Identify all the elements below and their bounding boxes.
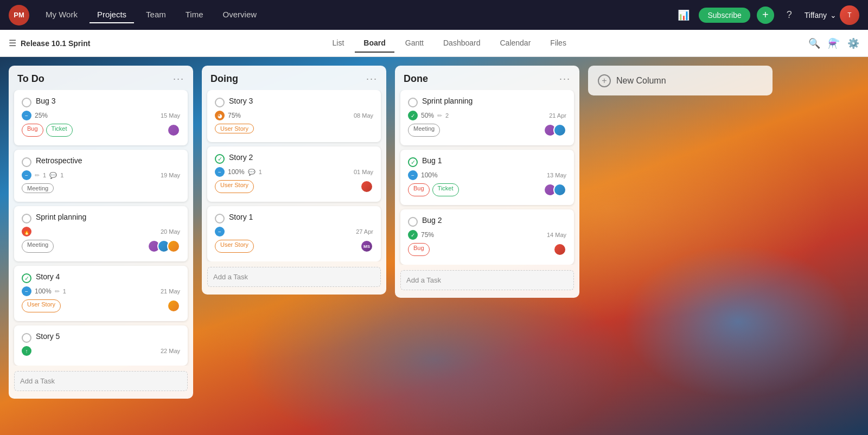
new-column-button[interactable]: + New Column: [588, 66, 773, 95]
checkbox-sprint[interactable]: [22, 214, 31, 223]
add-task-doing: Add a Task: [202, 261, 386, 295]
card-sprint-planning-done[interactable]: Sprint planning ✓ 50% ✏ 2 21 Apr Meeting: [400, 90, 574, 145]
add-task-done: Add a Task: [395, 265, 579, 298]
progress-retro: −: [22, 170, 31, 180]
date-story1: 27 Apr: [356, 228, 373, 235]
presentation-icon[interactable]: 📊: [675, 7, 692, 24]
add-task-button-doing[interactable]: Add a Task: [207, 267, 381, 287]
new-column-label: New Column: [616, 76, 666, 86]
pencil-count-story4: 1: [63, 288, 66, 295]
subscribe-button[interactable]: Subscribe: [699, 8, 750, 23]
nav-projects[interactable]: Projects: [90, 7, 134, 23]
avatar: [360, 180, 373, 193]
board-content: To Do ··· Bug 3 − 25% 15 May Bu: [0, 57, 868, 435]
progress-value-story2: 100%: [228, 168, 245, 176]
tag-userstory-story4: User Story: [22, 299, 61, 312]
checkbox-story4[interactable]: ✓: [22, 273, 31, 283]
user-menu[interactable]: Tiffany ⌄ T: [805, 5, 859, 25]
date-bug2: 14 May: [547, 232, 566, 238]
avatar: [553, 124, 566, 137]
column-done-cards: Sprint planning ✓ 50% ✏ 2 21 Apr Meeting: [395, 90, 579, 265]
avatar-stack-story4: [167, 299, 180, 312]
hamburger-icon[interactable]: ☰: [9, 38, 16, 48]
tab-files[interactable]: Files: [541, 34, 575, 53]
checkbox-retro[interactable]: [22, 157, 31, 167]
add-task-button-todo[interactable]: Add a Task: [14, 371, 188, 391]
tag-bug-bug2: Bug: [408, 243, 430, 256]
plus-circle-icon: +: [598, 74, 611, 87]
checkbox-bug2[interactable]: [408, 217, 418, 227]
settings-icon[interactable]: ⚙️: [847, 37, 859, 49]
date-sprint: 20 May: [161, 228, 180, 235]
checkbox-story3[interactable]: [215, 98, 225, 107]
progress-story4: −: [22, 286, 31, 296]
top-nav: PM My Work Projects Team Time Overview 📊…: [0, 0, 868, 30]
column-done-menu[interactable]: ···: [559, 73, 571, 85]
tag-userstory-story1: User Story: [215, 240, 254, 253]
tab-dashboard[interactable]: Dashboard: [435, 34, 489, 53]
help-icon[interactable]: ?: [781, 7, 798, 24]
date-bug3: 15 May: [161, 112, 180, 119]
filter-icon[interactable]: ⚗️: [828, 37, 840, 49]
date-sprint-done: 21 Apr: [549, 112, 566, 119]
card-story5[interactable]: Story 5 ↑ 22 May: [14, 325, 188, 366]
card-story3[interactable]: Story 3 ◕ 75% 08 May User Story: [207, 90, 381, 142]
column-doing-menu[interactable]: ···: [366, 73, 378, 85]
project-title: Release 10.1 Sprint: [21, 39, 90, 48]
date-story5: 22 May: [161, 348, 180, 354]
nav-team[interactable]: Team: [138, 7, 174, 23]
card-bug3[interactable]: Bug 3 − 25% 15 May Bug Ticket: [14, 90, 188, 145]
card-title-story2: Story 2: [229, 153, 373, 162]
checkbox-story1[interactable]: [215, 214, 225, 223]
avatar-stack-bug2: [553, 243, 566, 256]
avatar: MS: [360, 240, 373, 253]
pm-logo[interactable]: PM: [9, 5, 29, 25]
date-retro: 19 May: [161, 172, 180, 178]
card-title-story1: Story 1: [229, 213, 373, 221]
tab-board[interactable]: Board: [355, 34, 394, 53]
card-retrospective[interactable]: Retrospective − ✏ 1 💬 1 19 May Meeting: [14, 150, 188, 202]
card-bug1[interactable]: ✓ Bug 1 − 100% 13 May Bug Ticket: [400, 150, 574, 205]
checkbox-bug1[interactable]: ✓: [408, 157, 418, 167]
avatar-stack-bug3: [167, 124, 180, 137]
column-todo-cards: Bug 3 − 25% 15 May Bug Ticket: [9, 90, 193, 366]
sub-nav: ☰ Release 10.1 Sprint List Board Gantt D…: [0, 30, 868, 57]
nav-my-work[interactable]: My Work: [38, 7, 85, 23]
user-avatar: T: [840, 5, 859, 25]
progress-story5: ↑: [22, 346, 31, 356]
user-name: Tiffany: [805, 11, 827, 20]
pencil-icon-sprint-done: ✏: [437, 112, 442, 119]
card-story1[interactable]: Story 1 − 27 Apr User Story MS: [207, 206, 381, 261]
card-title-retro: Retrospective: [36, 156, 180, 165]
add-icon[interactable]: +: [757, 7, 774, 24]
avatar: [167, 299, 180, 312]
avatar-stack-story1: MS: [360, 240, 373, 253]
card-bug2[interactable]: Bug 2 ✓ 75% 14 May Bug: [400, 209, 574, 265]
column-todo-menu[interactable]: ···: [173, 73, 184, 85]
tab-gantt[interactable]: Gantt: [397, 34, 432, 53]
progress-story3: ◕: [215, 111, 225, 120]
checkbox-sprint-done[interactable]: [408, 98, 418, 107]
add-task-button-done[interactable]: Add a Task: [400, 270, 574, 290]
card-title-sprint-done: Sprint planning: [422, 97, 566, 105]
card-title-story5: Story 5: [36, 332, 180, 341]
progress-story1: −: [215, 227, 225, 236]
tab-calendar[interactable]: Calendar: [492, 34, 540, 53]
checkbox-bug3[interactable]: [22, 98, 31, 107]
tab-list[interactable]: List: [324, 34, 353, 53]
tag-ticket-bug1: Ticket: [432, 183, 459, 196]
card-sprint-planning[interactable]: Sprint planning 🔥 20 May Meeting: [14, 206, 188, 261]
pencil-icon-story4: ✏: [55, 288, 60, 295]
tag-bug-bug1: Bug: [408, 183, 430, 196]
card-story4[interactable]: ✓ Story 4 − 100% ✏ 1 21 May User Story: [14, 266, 188, 321]
progress-value-bug1: 100%: [421, 171, 438, 179]
card-title-story3: Story 3: [229, 97, 373, 105]
column-todo: To Do ··· Bug 3 − 25% 15 May Bu: [9, 66, 193, 399]
card-story2[interactable]: ✓ Story 2 − 100% 💬 1 01 May User Story: [207, 146, 381, 202]
pencil-count-sprint-done: 2: [445, 112, 449, 119]
checkbox-story2[interactable]: ✓: [215, 154, 225, 164]
nav-time[interactable]: Time: [178, 7, 211, 23]
nav-overview[interactable]: Overview: [215, 7, 265, 23]
checkbox-story5[interactable]: [22, 333, 31, 343]
search-icon[interactable]: 🔍: [808, 37, 820, 49]
